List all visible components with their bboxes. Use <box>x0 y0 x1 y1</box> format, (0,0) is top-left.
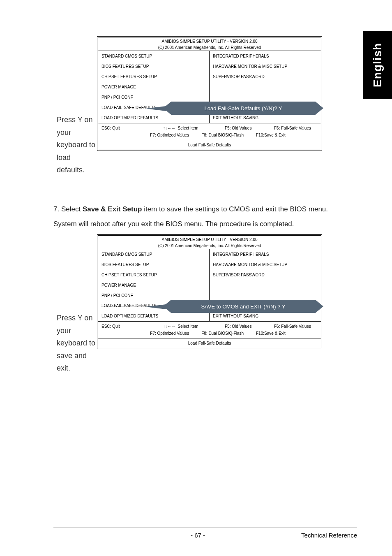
annotation-load-defaults: Press Y on your keyboard to load default… <box>57 114 100 176</box>
menu-blank <box>210 280 321 290</box>
menu-hw-monitor: HARDWARE MONITOR & MISC SETUP <box>210 259 321 270</box>
bios-copyright: (C) 2001 American Megatrends, Inc. All R… <box>98 45 321 50</box>
key-f6: F6: Fail-Safe Values <box>274 126 311 130</box>
key-f5: F5: Old Values <box>225 126 274 130</box>
page-number: - 67 - <box>95 532 301 539</box>
bios-title: AMIBIOS SIMPLE SETUP UTILITY - VERSION 2… <box>98 39 321 44</box>
language-side-tab: English <box>363 31 392 99</box>
bios-block-1: Press Y on your keyboard to load default… <box>57 36 322 176</box>
menu-blank <box>210 290 321 301</box>
bios-screen-2: AMIBIOS SIMPLE SETUP UTILITY - VERSION 2… <box>97 234 322 349</box>
menu-standard-cmos: STANDARD CMOS SETUP <box>98 51 209 61</box>
key-esc: ESC: Quit <box>101 126 163 130</box>
para-bold: Save & Exit Setup <box>83 205 142 213</box>
bios-status: Load Fail-Safe Defaults <box>98 140 321 150</box>
section-title: Technical Reference <box>301 532 357 539</box>
menu-chipset-features: CHIPSET FEATURES SETUP <box>98 72 209 82</box>
key-f7: F7: Optimized Values <box>150 133 189 137</box>
menu-integrated-peripherals: INTEGRATED PERIPHERALS <box>210 51 321 61</box>
key-f7: F7: Optimized Values <box>150 331 189 336</box>
menu-bios-features: BIOS FEATURES SETUP <box>98 61 209 72</box>
bios-footer-keys: ESC: Quit ↑↓←→: Select Item F5: Old Valu… <box>98 322 321 338</box>
bios-header: AMIBIOS SIMPLE SETUP UTILITY - VERSION 2… <box>98 236 321 249</box>
menu-bios-features: BIOS FEATURES SETUP <box>98 259 209 270</box>
callout-save-exit: SAVE to CMOS and EXIT (Y/N) ? Y <box>163 300 323 313</box>
bios-copyright: (C) 2001 American Megatrends, Inc. All R… <box>98 243 321 248</box>
menu-blank <box>210 82 321 92</box>
key-arrows: ↑↓←→: Select Item <box>163 126 225 130</box>
para-prefix: 7. Select <box>53 205 83 213</box>
menu-chipset-features: CHIPSET FEATURES SETUP <box>98 270 209 280</box>
bios-screen-1: AMIBIOS SIMPLE SETUP UTILITY - VERSION 2… <box>97 36 322 151</box>
menu-power-manage: POWER MANAGE <box>98 280 209 290</box>
menu-pnp-pci: PNP / PCI CONF <box>98 290 209 301</box>
menu-pnp-pci: PNP / PCI CONF <box>98 92 209 102</box>
menu-power-manage: POWER MANAGE <box>98 82 209 92</box>
menu-supervisor-pw: SUPERVISOR PASSWORD <box>210 72 321 82</box>
bios-title: AMIBIOS SIMPLE SETUP UTILITY - VERSION 2… <box>98 237 321 242</box>
menu-hw-monitor: HARDWARE MONITOR & MISC SETUP <box>210 61 321 72</box>
menu-integrated-peripherals: INTEGRATED PERIPHERALS <box>210 249 321 259</box>
annotation-save-exit: Press Y on your keyboard to save and exi… <box>57 312 100 375</box>
key-f10: F10:Save & Exit <box>256 133 286 137</box>
footer-separator <box>53 528 357 528</box>
menu-blank <box>210 92 321 102</box>
callout-failsafe: Load Fail-Safe Defaults (Y/N)? Y <box>163 102 323 115</box>
bios-menu: STANDARD CMOS SETUP BIOS FEATURES SETUP … <box>98 249 321 322</box>
bios-header: AMIBIOS SIMPLE SETUP UTILITY - VERSION 2… <box>98 37 321 51</box>
key-esc: ESC: Quit <box>101 324 163 329</box>
page-footer: - 67 - Technical Reference <box>53 532 357 539</box>
key-f8: F8: Dual BIOS/Q-Flash <box>201 133 244 137</box>
menu-standard-cmos: STANDARD CMOS SETUP <box>98 249 209 259</box>
step-7-paragraph: 7. Select Save & Exit Setup item to save… <box>53 202 349 231</box>
key-f5: F5: Old Values <box>225 324 274 329</box>
menu-supervisor-pw: SUPERVISOR PASSWORD <box>210 270 321 280</box>
bios-status: Load Fail-Safe Defaults <box>98 338 321 348</box>
bios-block-2: Press Y on your keyboard to save and exi… <box>57 234 322 375</box>
key-arrows: ↑↓←→: Select Item <box>163 324 225 329</box>
bios-footer-keys: ESC: Quit ↑↓←→: Select Item F5: Old Valu… <box>98 123 321 140</box>
key-f8: F8: Dual BIOS/Q-Flash <box>201 331 244 336</box>
key-f6: F6: Fail-Safe Values <box>274 324 311 329</box>
bios-menu: STANDARD CMOS SETUP BIOS FEATURES SETUP … <box>98 51 321 123</box>
key-f10: F10:Save & Exit <box>256 331 286 336</box>
